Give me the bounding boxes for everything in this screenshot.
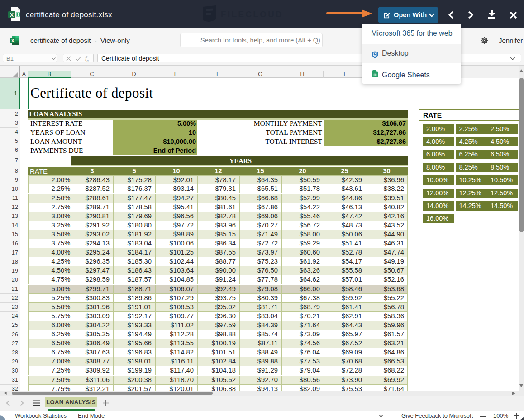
svg-text:X: X [11, 38, 14, 43]
svg-text:X: X [10, 12, 14, 18]
